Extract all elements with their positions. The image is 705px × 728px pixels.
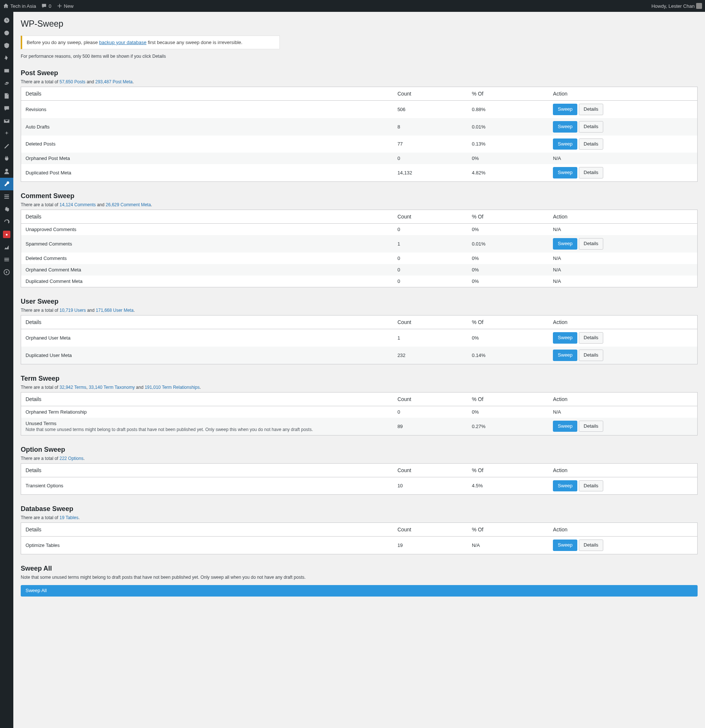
wrench-icon (3, 181, 10, 187)
term-sweep-heading: Term Sweep (21, 375, 698, 383)
sidebar-menu[interactable] (0, 253, 13, 266)
details-button[interactable]: Details (579, 480, 603, 492)
sidebar-posts[interactable] (0, 52, 13, 64)
sidebar-generic1[interactable] (0, 27, 13, 39)
admin-sidebar: ● (0, 12, 13, 611)
sidebar-users[interactable] (0, 165, 13, 178)
sidebar-cache[interactable] (0, 215, 13, 228)
row-label: Auto Drafts (21, 118, 393, 136)
summary-period: . (134, 308, 135, 313)
dashboard-icon (3, 17, 10, 24)
sidebar-appearance[interactable] (0, 140, 13, 153)
row-pct: 0% (467, 253, 548, 264)
table-row: Deleted Posts770.13%SweepDetails (21, 136, 698, 153)
sweep-button[interactable]: Sweep (553, 480, 577, 492)
sidebar-links[interactable] (0, 77, 13, 90)
row-pct: 0.13% (467, 136, 548, 153)
collapse-icon (3, 269, 10, 276)
sweep-button[interactable]: Sweep (553, 540, 577, 551)
sidebar-media[interactable] (0, 64, 13, 77)
sidebar-analytics[interactable] (0, 241, 13, 253)
sweep-button[interactable]: Sweep (553, 104, 577, 115)
comment-sweep-heading: Comment Sweep (21, 192, 698, 200)
relationships-link[interactable]: 191,010 Term Relationships (145, 385, 200, 390)
details-button[interactable]: Details (579, 421, 603, 432)
options-link[interactable]: 222 Options (59, 456, 84, 461)
summary-prefix: There are a total of (21, 202, 59, 207)
sweep-button[interactable]: Sweep (553, 350, 577, 361)
row-na: N/A (548, 224, 697, 235)
sweep-all-button[interactable]: Sweep All (21, 585, 698, 597)
sidebar-pages[interactable] (0, 90, 13, 102)
row-count: 89 (393, 418, 467, 435)
details-button[interactable]: Details (579, 350, 603, 361)
adminbar-new[interactable]: New (57, 3, 74, 9)
row-pct: N/A (467, 537, 548, 554)
sweep-button[interactable]: Sweep (553, 167, 577, 179)
adminbar-account[interactable]: Howdy, Lester Chan (651, 3, 702, 9)
row-na: N/A (548, 153, 697, 164)
sidebar-plugins[interactable] (0, 153, 13, 165)
table-row: Revisions5060.88%SweepDetails (21, 101, 698, 118)
row-label: Deleted Comments (21, 253, 393, 264)
sidebar-tools[interactable] (0, 178, 13, 190)
sidebar-gear[interactable] (0, 203, 13, 215)
summary-and: and (96, 202, 106, 207)
sidebar-comments[interactable] (0, 102, 13, 115)
table-row: Duplicated Comment Meta00%N/A (21, 276, 698, 287)
tables-link[interactable]: 19 Tables (59, 515, 78, 520)
adminbar-comments[interactable]: 0 (41, 3, 51, 9)
user-sweep-heading: User Sweep (21, 298, 698, 305)
sweep-button[interactable]: Sweep (553, 238, 577, 250)
usermeta-link[interactable]: 171,668 User Meta (96, 308, 134, 313)
post-sweep-summary: There are a total of 57,650 Posts and 29… (21, 79, 698, 84)
sidebar-badge[interactable]: ● (0, 228, 13, 241)
sweep-button[interactable]: Sweep (553, 121, 577, 133)
th-action: Action (548, 463, 697, 477)
sidebar-dashboard[interactable] (0, 14, 13, 27)
commentmeta-link[interactable]: 26,629 Comment Meta (106, 202, 151, 207)
adminbar-site[interactable]: Tech in Asia (3, 3, 36, 9)
taxonomy-link[interactable]: 33,140 Term Taxonomy (89, 385, 135, 390)
sweep-button[interactable]: Sweep (553, 332, 577, 344)
sweep-button[interactable]: Sweep (553, 139, 577, 150)
details-button[interactable]: Details (579, 167, 603, 179)
summary-and: and (85, 79, 95, 84)
table-row: Optimize Tables19N/ASweepDetails (21, 537, 698, 554)
details-button[interactable]: Details (579, 139, 603, 150)
sidebar-collapse[interactable] (0, 266, 13, 279)
sidebar-settings[interactable] (0, 190, 13, 203)
th-details: Details (21, 523, 393, 537)
th-details: Details (21, 463, 393, 477)
postmeta-link[interactable]: 293,487 Post Meta (95, 79, 133, 84)
summary-period: . (83, 456, 84, 461)
sweep-button[interactable]: Sweep (553, 421, 577, 432)
details-button[interactable]: Details (579, 540, 603, 551)
db-sweep-heading: Database Sweep (21, 505, 698, 513)
comments-link[interactable]: 14,124 Comments (59, 202, 96, 207)
row-label: Spammed Comments (21, 235, 393, 253)
details-button[interactable]: Details (579, 238, 603, 250)
row-pct: 0.01% (467, 118, 548, 136)
terms-link[interactable]: 32,942 Terms (59, 385, 87, 390)
th-pct: % Of (467, 392, 548, 406)
link-icon (3, 80, 10, 87)
chart-icon (3, 244, 10, 250)
option-sweep-summary: There are a total of 222 Options. (21, 456, 698, 461)
row-na: N/A (548, 276, 697, 287)
shield-icon (3, 42, 10, 49)
user-sweep-summary: There are a total of 10,719 Users and 17… (21, 308, 698, 313)
details-button[interactable]: Details (579, 121, 603, 133)
sidebar-mail[interactable] (0, 115, 13, 127)
sidebar-sparkle[interactable] (0, 127, 13, 140)
sidebar-security[interactable] (0, 39, 13, 52)
backup-link[interactable]: backup your database (99, 40, 147, 45)
posts-link[interactable]: 57,650 Posts (59, 79, 85, 84)
details-button[interactable]: Details (579, 104, 603, 115)
comment-sweep-summary: There are a total of 14,124 Comments and… (21, 202, 698, 207)
details-button[interactable]: Details (579, 332, 603, 344)
users-link[interactable]: 10,719 Users (59, 308, 86, 313)
user-sweep-table: DetailsCount% OfAction Orphaned User Met… (21, 315, 698, 364)
th-pct: % Of (467, 463, 548, 477)
row-pct: 0% (467, 276, 548, 287)
